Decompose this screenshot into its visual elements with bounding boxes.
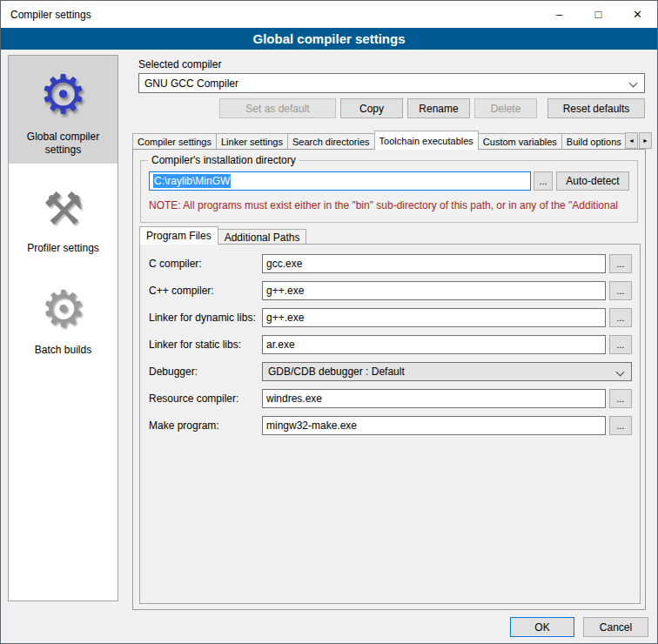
browse-button[interactable]: ... [609,335,632,354]
close-icon: ✕ [633,8,642,21]
installation-directory-group-title: Compiler's installation directory [148,154,299,166]
settings-tabs: Compiler settings Linker settings Search… [132,131,625,150]
tab-scroll-left-button[interactable]: ◄ [625,132,638,149]
field-row-linker-dynamic: Linker for dynamic libs: ... [149,308,632,327]
selected-compiler-label: Selected compiler [138,58,221,70]
subtab-program-files[interactable]: Program Files [139,226,218,245]
minimize-button[interactable]: – [540,1,579,28]
installation-directory-row: C:\raylib\MinGW ... Auto-detect [149,171,629,191]
chevron-down-icon [616,368,625,377]
tab-compiler-settings[interactable]: Compiler settings [132,133,217,150]
maximize-button[interactable]: □ [579,1,618,28]
cpp-compiler-input[interactable] [262,281,606,300]
arrow-right-icon: ► [642,138,648,144]
field-label: Debugger: [149,366,262,378]
field-label: Linker for static libs: [149,339,262,351]
browse-button[interactable]: ... [609,416,632,435]
make-program-input[interactable] [262,416,606,435]
tab-build-options[interactable]: Build options [561,133,625,150]
note-text: NOTE: All programs must exist either in … [149,199,636,211]
settings-category-sidebar: ⚙ Global compiler settings ⚒ Profiler se… [8,55,118,601]
field-row-cpp-compiler: C++ compiler: ... [149,281,632,300]
gear-icon: ⚙ [10,61,116,129]
browse-button[interactable]: ... [609,389,632,408]
compiler-select[interactable]: GNU GCC Compiler [138,73,645,93]
sidebar-item-label: Batch builds [10,344,116,357]
page-title: Global compiler settings [1,28,657,50]
linker-static-input[interactable] [262,335,606,354]
field-label: Resource compiler: [149,392,262,405]
compiler-settings-window: Compiler settings – □ ✕ Global compiler … [0,0,658,644]
installation-directory-group: Compiler's installation directory C:\ray… [140,160,638,223]
field-row-resource-compiler: Resource compiler: ... [149,389,632,408]
reset-defaults-button[interactable]: Reset defaults [547,98,645,118]
sidebar-item-batch-builds[interactable]: ⚙ Batch builds [9,271,118,364]
arrow-left-icon: ◄ [628,138,634,144]
debugger-select[interactable]: GDB/CDB debugger : Default [262,362,632,381]
cancel-button[interactable]: Cancel [583,617,648,637]
compiler-actions: Set as default Copy Rename Delete Reset … [138,98,645,118]
compiler-select-value: GNU GCC Compiler [144,77,238,90]
ok-button[interactable]: OK [510,617,574,637]
tab-scroll-right-button[interactable]: ► [639,132,652,149]
debugger-select-value: GDB/CDB debugger : Default [268,366,405,378]
profiler-tool-icon: ⚒ [10,178,116,240]
batch-gear-icon: ⚙ [10,276,116,342]
install-dir-browse-button[interactable]: ... [534,171,553,191]
field-row-linker-static: Linker for static libs: ... [149,335,632,354]
field-label: Linker for dynamic libs: [149,312,262,324]
set-as-default-button[interactable]: Set as default [219,98,336,118]
program-files-panel: C compiler: ... C++ compiler: ... Linker… [139,244,641,604]
tab-search-directories[interactable]: Search directories [287,133,375,150]
field-row-debugger: Debugger: GDB/CDB debugger : Default [149,362,632,381]
install-dir-input[interactable]: C:\raylib\MinGW [149,171,531,191]
delete-button[interactable]: Delete [474,98,537,118]
caption-buttons: – □ ✕ [540,1,657,28]
window-title: Compiler settings [10,9,91,21]
sidebar-item-profiler-settings[interactable]: ⚒ Profiler settings [9,172,118,262]
browse-button[interactable]: ... [609,308,632,327]
linker-dynamic-input[interactable] [262,308,606,327]
browse-button[interactable]: ... [609,281,632,300]
field-row-c-compiler: C compiler: ... [149,254,632,273]
field-label: C++ compiler: [149,285,262,297]
chevron-down-icon [629,79,638,88]
rename-button[interactable]: Rename [407,98,470,118]
field-row-make-program: Make program: ... [149,416,632,435]
maximize-icon: □ [595,8,602,21]
tab-linker-settings[interactable]: Linker settings [216,133,288,150]
resource-compiler-input[interactable] [262,389,606,408]
sidebar-item-label: Profiler settings [10,242,116,255]
browse-button[interactable]: ... [609,254,632,273]
tab-toolchain-executables[interactable]: Toolchain executables [374,131,479,150]
toolchain-subtabs: Program Files Additional Paths [139,226,306,245]
tab-custom-variables[interactable]: Custom variables [478,133,562,150]
field-label: Make program: [149,419,262,432]
copy-button[interactable]: Copy [340,98,403,118]
close-button[interactable]: ✕ [618,1,657,28]
sidebar-item-global-compiler-settings[interactable]: ⚙ Global compiler settings [9,56,118,164]
toolchain-executables-panel: Compiler's installation directory C:\ray… [132,149,646,610]
field-label: C compiler: [149,258,262,270]
subtab-additional-paths[interactable]: Additional Paths [218,229,307,245]
titlebar: Compiler settings – □ ✕ [1,1,657,28]
minimize-icon: – [556,8,562,21]
c-compiler-input[interactable] [262,254,606,273]
sidebar-item-label: Global compiler settings [10,131,116,157]
auto-detect-button[interactable]: Auto-detect [556,171,629,191]
install-dir-selected-text: C:\raylib\MinGW [153,174,231,188]
